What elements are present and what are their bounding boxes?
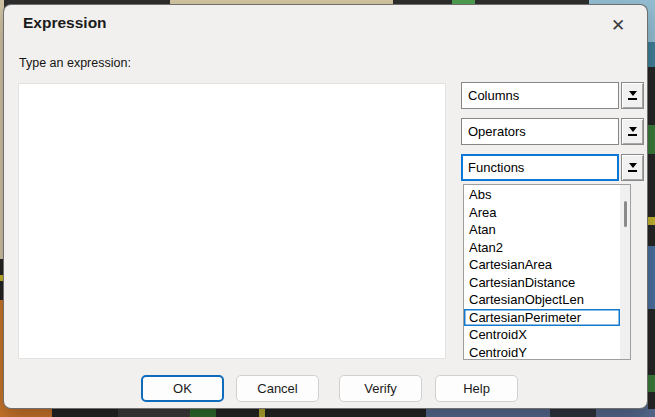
list-item[interactable]: Atan2 — [464, 239, 620, 257]
list-item[interactable]: CartesianObjectLen — [464, 291, 620, 309]
dialog-button-row: OK Cancel Verify Help — [141, 375, 518, 402]
dialog-title: Expression — [23, 14, 107, 32]
operators-combobox: Operators — [461, 118, 644, 145]
verify-button[interactable]: Verify — [339, 375, 422, 402]
functions-list: AbsAreaAtanAtan2CartesianAreaCartesianDi… — [463, 184, 631, 360]
list-item[interactable]: Area — [464, 204, 620, 222]
down-arrow-glyph — [629, 163, 637, 168]
cancel-button[interactable]: Cancel — [236, 375, 319, 402]
down-arrow-underline — [628, 134, 637, 136]
screen: Expression ✕ Type an expression: Columns… — [0, 0, 655, 417]
down-arrow-underline — [628, 170, 637, 172]
ok-button[interactable]: OK — [141, 375, 224, 402]
dropdown-arrow-icon[interactable] — [621, 82, 644, 109]
list-item[interactable]: CartesianArea — [464, 256, 620, 274]
background-edge-right — [648, 0, 655, 417]
close-icon[interactable]: ✕ — [601, 10, 635, 40]
help-button[interactable]: Help — [435, 375, 518, 402]
list-item[interactable]: Abs — [464, 186, 620, 204]
expression-input[interactable] — [18, 83, 446, 359]
down-arrow-glyph — [629, 91, 637, 96]
list-item[interactable]: CentroidY — [464, 344, 620, 361]
list-item[interactable]: Atan — [464, 221, 620, 239]
columns-combobox-field[interactable]: Columns — [461, 82, 619, 109]
list-item[interactable]: CartesianDistance — [464, 274, 620, 292]
functions-combobox: Functions — [461, 154, 644, 181]
functions-list-items: AbsAreaAtanAtan2CartesianAreaCartesianDi… — [464, 186, 620, 360]
expression-prompt-label: Type an expression: — [19, 56, 131, 70]
down-arrow-underline — [628, 98, 637, 100]
scrollbar-thumb[interactable] — [624, 201, 627, 227]
functions-combobox-field[interactable]: Functions — [461, 154, 619, 181]
dropdown-arrow-icon[interactable] — [621, 154, 644, 181]
scrollbar[interactable] — [620, 185, 630, 359]
background-edge-bottom — [0, 409, 655, 417]
expression-dialog: Expression ✕ Type an expression: Columns… — [3, 4, 648, 409]
down-arrow-glyph — [629, 127, 637, 132]
list-item[interactable]: CentroidX — [464, 326, 620, 344]
list-item[interactable]: CartesianPerimeter — [464, 309, 620, 327]
dropdown-arrow-icon[interactable] — [621, 118, 644, 145]
operators-combobox-field[interactable]: Operators — [461, 118, 619, 145]
columns-combobox: Columns — [461, 82, 644, 109]
